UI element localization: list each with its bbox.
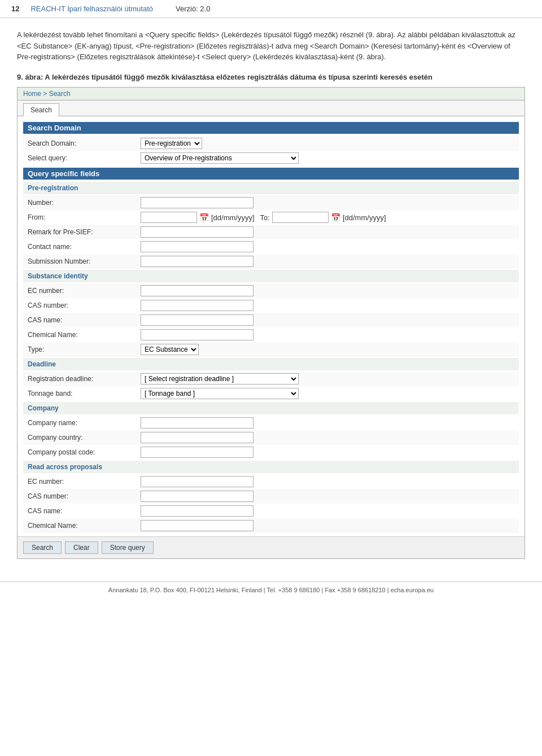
company-name-label: Company name: — [28, 419, 141, 427]
page-header: 12 REACH-IT Ipari felhasználói útmutató … — [0, 0, 542, 18]
store-query-button[interactable]: Store query — [102, 541, 154, 554]
intro-paragraph: A lekérdezést tovább lehet finomítani a … — [17, 29, 525, 63]
to-date-placeholder: [dd/mm/yyyy] — [343, 213, 386, 222]
cas-number-label: CAS number: — [28, 301, 141, 309]
from-date-input[interactable] — [141, 212, 197, 223]
cas-name-input[interactable] — [141, 314, 253, 326]
chemical-name2-input[interactable] — [141, 520, 253, 531]
number-input[interactable] — [141, 197, 253, 208]
tab-search[interactable]: Search — [23, 103, 59, 116]
cas-name2-row: CAS name: — [23, 504, 519, 518]
cas-number2-input[interactable] — [141, 491, 253, 502]
remark-input[interactable] — [141, 226, 253, 238]
ec-number-input[interactable] — [141, 285, 253, 296]
tonnage-band-row: Tonnage band: [ Tonnage band ] — [23, 386, 519, 401]
company-postal-input[interactable] — [141, 447, 253, 458]
clear-button[interactable]: Clear — [65, 541, 98, 554]
submission-row: Submission Number: — [23, 254, 519, 269]
chemical-name2-label: Chemical Name: — [28, 522, 141, 530]
number-label: Number: — [28, 199, 141, 207]
tonnage-band-select[interactable]: [ Tonnage band ] — [141, 388, 299, 399]
company-subsection: Company — [23, 402, 519, 414]
substance-identity-subsection: Substance identity — [23, 270, 519, 282]
search-button[interactable]: Search — [23, 541, 62, 554]
chemical-name2-row: Chemical Name: — [23, 518, 519, 533]
remark-row: Remark for Pre-SIEF: — [23, 225, 519, 239]
cas-number2-label: CAS number: — [28, 492, 141, 500]
contact-label: Contact name: — [28, 243, 141, 251]
select-query-select[interactable]: Overview of Pre-registrations — [141, 152, 299, 164]
select-query-label: Select query: — [28, 154, 141, 162]
page-number: 12 — [11, 5, 19, 13]
ec-number2-label: EC number: — [28, 478, 141, 486]
company-postal-row: Company postal code: — [23, 445, 519, 460]
select-query-row: Select query: Overview of Pre-registrati… — [23, 151, 519, 165]
ec-number2-input[interactable] — [141, 476, 253, 487]
read-across-subsection: Read across proposals — [23, 461, 519, 473]
submission-input[interactable] — [141, 256, 253, 267]
type-label: Type: — [28, 346, 141, 353]
company-postal-label: Company postal code: — [28, 448, 141, 456]
to-calendar-icon[interactable]: 📅 — [331, 213, 340, 222]
to-label: To: — [260, 213, 270, 222]
pre-registration-subsection: Pre-registration — [23, 182, 519, 194]
tonnage-band-label: Tonnage band: — [28, 390, 141, 397]
breadcrumb: Home > Search — [18, 88, 524, 100]
search-form-box: Home > Search Search Search Domain Searc… — [17, 87, 525, 559]
company-name-row: Company name: — [23, 416, 519, 430]
to-date-input[interactable] — [272, 212, 329, 223]
deadline-subsection: Deadline — [23, 358, 519, 370]
contact-row: Contact name: — [23, 239, 519, 254]
type-select[interactable]: EC Substance — [141, 344, 199, 355]
cas-name2-label: CAS name: — [28, 507, 141, 515]
company-country-label: Company country: — [28, 434, 141, 442]
document-version: Verzió: 2.0 — [176, 5, 210, 13]
registration-deadline-row: Registration deadline: [ Select registra… — [23, 372, 519, 386]
company-country-input[interactable] — [141, 432, 253, 443]
query-specific-fields-header: Query specific fields — [23, 168, 519, 180]
search-domain-label: Search Domain: — [28, 139, 141, 147]
button-row: Search Clear Store query — [18, 536, 524, 558]
registration-deadline-label: Registration deadline: — [28, 375, 141, 383]
search-domain-row: Search Domain: Pre-registration — [23, 136, 519, 151]
document-title: REACH-IT Ipari felhasználói útmutató — [30, 5, 153, 13]
from-row-inline: 📅 [dd/mm/yyyy] To: 📅 [dd/mm/yyyy] — [141, 212, 386, 223]
cas-name-row: CAS name: — [23, 313, 519, 327]
number-row: Number: — [23, 195, 519, 210]
from-calendar-icon[interactable]: 📅 — [199, 213, 209, 222]
content-area: A lekérdezést tovább lehet finomítani a … — [0, 18, 542, 576]
cas-name-label: CAS name: — [28, 316, 141, 324]
remark-label: Remark for Pre-SIEF: — [28, 228, 141, 236]
contact-input[interactable] — [141, 241, 253, 252]
cas-number-row: CAS number: — [23, 298, 519, 313]
search-domain-header: Search Domain — [23, 122, 519, 134]
page-footer: Annankatu 18, P.O. Box 400, FI-00121 Hel… — [0, 582, 542, 598]
chemical-name-input[interactable] — [141, 329, 253, 340]
ec-number2-row: EC number: — [23, 474, 519, 489]
company-name-input[interactable] — [141, 417, 253, 429]
from-row: From: 📅 [dd/mm/yyyy] To: 📅 [dd/mm/yyyy] — [23, 210, 519, 225]
registration-deadline-select[interactable]: [ Select registration deadline ] — [141, 373, 299, 384]
from-date-placeholder: [dd/mm/yyyy] — [211, 213, 255, 222]
company-country-row: Company country: — [23, 430, 519, 445]
cas-number2-row: CAS number: — [23, 489, 519, 504]
type-row: Type: EC Substance — [23, 342, 519, 357]
figure-title: 9. ábra: A lekérdezés típusától függő me… — [17, 72, 525, 83]
tab-bar: Search — [18, 100, 524, 116]
search-domain-select[interactable]: Pre-registration — [141, 138, 202, 149]
chemical-name-label: Chemical Name: — [28, 331, 141, 339]
ec-number-row: EC number: — [23, 283, 519, 298]
ec-number-label: EC number: — [28, 287, 141, 295]
cas-number-input[interactable] — [141, 300, 253, 311]
cas-name2-input[interactable] — [141, 505, 253, 517]
chemical-name-row: Chemical Name: — [23, 327, 519, 342]
submission-label: Submission Number: — [28, 257, 141, 265]
from-label: From: — [28, 213, 141, 221]
form-section: Search Domain Search Domain: Pre-registr… — [18, 116, 524, 536]
